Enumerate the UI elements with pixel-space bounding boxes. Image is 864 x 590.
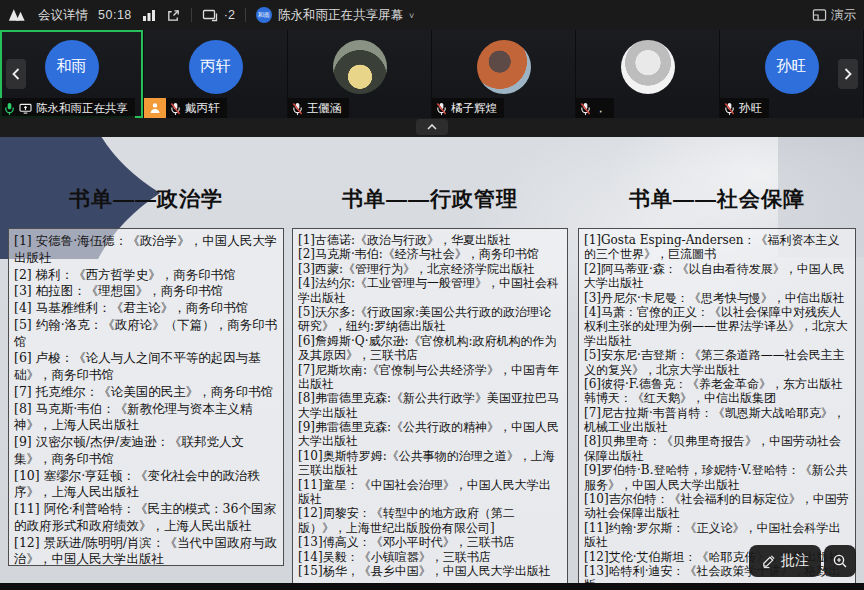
book-list-social-security: [1]Gosta Esping-Andersen：《福利资本主义的三个世界》，巨… — [578, 228, 856, 584]
chevron-down-icon: ˅ — [409, 11, 414, 21]
scroll-right-button[interactable] — [838, 59, 858, 89]
book-item: [9] 汉密尔顿/杰伊/麦迪逊：《联邦党人文集》，商务印书馆 — [14, 434, 278, 468]
floating-controls: 批注 — [749, 545, 856, 577]
participant-filmstrip: 和雨 陈永和雨正在共享 丙轩 — [0, 30, 864, 118]
book-item: [8]弗雷德里克森:《新公共行政学》美国亚拉巴马大学出版社 — [298, 391, 562, 420]
meeting-window: 会议详情 50:18 ·2 和雨 陈永和雨正在共享屏幕 ˅ — [0, 0, 864, 590]
hand-raised-icon — [144, 98, 166, 118]
avatar — [333, 40, 387, 94]
sharing-banner[interactable]: 和雨 陈永和雨正在共享屏幕 ˅ — [256, 7, 414, 24]
avatar — [477, 40, 531, 94]
book-item: [1] 安德鲁·海伍德：《政治学》，中国人民大学出版社 — [14, 233, 278, 267]
mic-muted-icon — [170, 102, 181, 115]
book-item: [13]傅高义：《邓小平时代》，三联书店 — [298, 535, 562, 549]
column-title-social-security: 书单——社会保障 — [578, 185, 856, 213]
participant-tile[interactable]: ， — [576, 30, 719, 118]
name-tag: 陈永和雨正在共享 — [0, 98, 135, 118]
avatar — [621, 40, 675, 94]
book-item: [15]杨华，《县乡中国》，中国人民大学出版社 — [298, 564, 562, 578]
book-item: [7]尼古拉斯·韦普肖特：《凯恩斯大战哈耶克》，机械工业出版社 — [584, 406, 850, 435]
book-item: [2]马克斯·韦伯:《经济与社会》，商务印书馆 — [298, 247, 562, 261]
book-item: [11] 阿伦·利普哈特：《民主的模式：36个国家的政府形式和政府绩效》，上海人… — [14, 501, 278, 535]
book-item: [7]尼斯坎南:《官僚制与公共经济学》，中国青年出版社 — [298, 363, 562, 392]
book-item: [4]法约尔:《工业管理与一般管理》，中国社会科学出版社 — [298, 276, 562, 305]
book-item: [14]吴毅：《小镇喧嚣》，三联书店 — [298, 550, 562, 564]
name-tag: 橘子辉煌 — [432, 98, 504, 118]
name-tag: 孙旺 — [720, 98, 769, 118]
book-item: [3]丹尼尔·卡尼曼：《思考快与慢》，中信出版社 — [584, 291, 850, 305]
filmstrip-collapse-bar — [0, 118, 864, 137]
book-item: [5]沃尔多:《行政国家:美国公共行政的政治理论研究》，纽约:罗纳德出版社 — [298, 305, 562, 334]
avatar: 孙旺 — [765, 40, 819, 94]
column-title-politics: 书单——政治学 — [8, 185, 284, 213]
participant-tile[interactable]: 丙轩 戴丙轩 — [144, 30, 287, 118]
book-item: [1]古德诺:《政治与行政》，华夏出版社 — [298, 233, 562, 247]
view-mode-switch[interactable]: 演示 — [812, 7, 856, 24]
book-item: [10]吉尔伯特：《社会福利的目标定位》，中国劳动社会保障出版社 — [584, 492, 850, 521]
book-item: [2] 梯利：《西方哲学史》，商务印书馆 — [14, 267, 278, 284]
mic-muted-icon — [436, 102, 447, 115]
divider — [245, 8, 246, 22]
pen-icon — [761, 554, 776, 569]
magnifier-zoom-button[interactable] — [824, 545, 856, 577]
book-item: [4] 马基雅维利：《君主论》，商务印书馆 — [14, 300, 278, 317]
name-tag: 戴丙轩 — [166, 98, 227, 118]
avatar: 和雨 — [45, 40, 99, 94]
chevron-up-icon — [427, 124, 437, 130]
name-tag: 王儷涵 — [288, 98, 349, 118]
book-item: [3]西蒙:《管理行为》，北京经济学院出版社 — [298, 262, 562, 276]
participant-tile[interactable]: 橘子辉煌 — [432, 30, 575, 118]
collapse-filmstrip-button[interactable] — [416, 119, 448, 135]
display-count[interactable]: ·2 — [202, 8, 235, 22]
book-item: [6] 卢梭：《论人与人之间不平等的起因与基础》，商务印书馆 — [14, 350, 278, 384]
chevron-left-icon — [12, 68, 20, 80]
book-item: [7] 托克维尔：《论美国的民主》，商务印书馆 — [14, 384, 278, 401]
book-item: [12]周黎安：《转型中的地方政府（第二版）》，上海世纪出版股份有限公司] — [298, 506, 562, 535]
book-item: [5] 约翰·洛克：《政府论》（下篇），商务印书馆 — [14, 317, 278, 351]
column-title-public-admin: 书单——行政管理 — [292, 185, 568, 213]
book-item: [4]马萧：官僚的正义：《以社会保障中对残疾人权利主张的处理为例——世界法学译丛… — [584, 305, 850, 348]
magnifier-plus-icon — [832, 553, 848, 569]
avatar: 丙轩 — [189, 40, 243, 94]
meeting-details-link[interactable]: 会议详情 — [38, 7, 88, 24]
pop-out-icon[interactable] — [166, 8, 181, 23]
book-item: [10] 塞缪尔·亨廷顿：《变化社会中的政治秩序》，上海人民出版社 — [14, 468, 278, 502]
book-item: [6]詹姆斯·Q·威尔逊:《官僚机构:政府机构的作为及其原因》，三联书店 — [298, 334, 562, 363]
book-item: [2]阿马蒂亚·森：《以自由看待发展》，中国人民大学出版社 — [584, 262, 850, 291]
participant-name: 橘子辉煌 — [451, 101, 497, 116]
book-list-public-admin: [1]古德诺:《政治与行政》，华夏出版社[2]马克斯·韦伯:《经济与社会》，商务… — [292, 228, 568, 584]
participant-name: 孙旺 — [739, 101, 762, 116]
screen-share-icon — [19, 103, 32, 114]
book-item: [9]弗雷德里克森:《公共行政的精神》，中国人民大学出版社 — [298, 420, 562, 449]
book-item: [6]彼得·F.德鲁克：《养老金革命》，东方出版社 — [584, 377, 850, 391]
view-mode-label: 演示 — [831, 7, 856, 24]
annotate-button[interactable]: 批注 — [749, 545, 821, 577]
participant-name: 戴丙轩 — [185, 101, 220, 116]
shared-screen-content: 书单——政治学 书单——行政管理 书单——社会保障 [1] 安德鲁·海伍德：《政… — [0, 137, 864, 590]
mic-muted-icon — [580, 102, 591, 115]
book-item: [9]罗伯特·B.登哈特，珍妮特·V.登哈特：《新公共服务》，中国人民大学出版社 — [584, 463, 850, 492]
mic-on-icon — [4, 102, 15, 115]
book-item: [10]奥斯特罗姆:《公共事物的治理之道》，上海三联出版社 — [298, 449, 562, 478]
network-signal-icon — [142, 9, 156, 21]
sharer-avatar: 和雨 — [256, 7, 272, 23]
top-bar: 会议详情 50:18 ·2 和雨 陈永和雨正在共享屏幕 ˅ — [0, 0, 864, 30]
book-item: [5]安东尼·吉登斯：《第三条道路——社会民主主义的复兴》，北京大学出版社 — [584, 348, 850, 377]
book-item: [3] 柏拉图：《理想国》，商务印书馆 — [14, 283, 278, 300]
app-logo-icon — [8, 8, 28, 22]
screen-share-bottom-edge — [0, 583, 864, 590]
participant-tile[interactable]: 王儷涵 — [288, 30, 431, 118]
book-list-politics: [1] 安德鲁·海伍德：《政治学》，中国人民大学出版社[2] 梯利：《西方哲学史… — [8, 228, 284, 566]
book-item: [12] 景跃进/陈明明/肖滨：《当代中国政府与政治》，中国人民大学出版社 — [14, 535, 278, 567]
name-tag: ， — [576, 98, 614, 118]
annotate-label: 批注 — [781, 552, 809, 570]
participant-name: ， — [595, 101, 607, 116]
meeting-timer: 50:18 — [98, 8, 132, 22]
divider — [191, 8, 192, 22]
participant-name: 王儷涵 — [307, 101, 342, 116]
book-item: [8]贝弗里奇：《贝弗里奇报告》，中国劳动社会保障出版社 — [584, 434, 850, 463]
book-item: [1]Gosta Esping-Andersen：《福利资本主义的三个世界》，巨… — [584, 233, 850, 262]
scroll-left-button[interactable] — [6, 59, 26, 89]
participant-name: 陈永和雨正在共享 — [36, 101, 128, 116]
book-item: 韩博天：《红天鹅》，中信出版集团 — [584, 391, 850, 405]
